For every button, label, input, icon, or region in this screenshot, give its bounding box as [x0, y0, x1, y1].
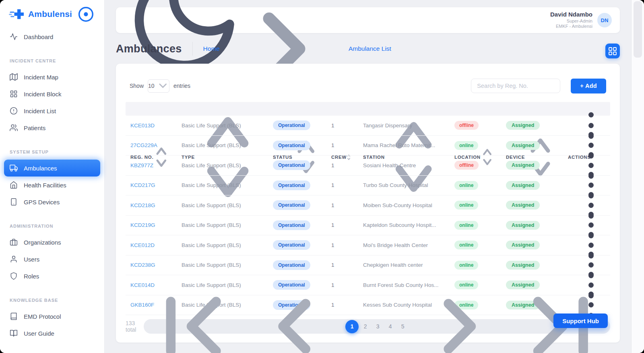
smartphone-icon	[10, 198, 18, 206]
location-badge: offline	[454, 121, 479, 130]
breadcrumb-home-link[interactable]: Home	[203, 45, 220, 52]
layout-grid-button[interactable]	[605, 44, 620, 58]
crew-cell: 1	[326, 142, 358, 148]
right-controls: + Add	[471, 79, 606, 93]
sidebar: Ambulensi Dashboard INCIDENT CENTRE Inci…	[0, 0, 105, 353]
sidebar-item-gps-devices[interactable]: GPS Devices	[0, 193, 104, 210]
device-badge: Assigned	[506, 141, 540, 150]
user-meta: David Ndambo Super-Admin EMKF - Ambulens…	[550, 11, 592, 29]
status-badge: Operational	[273, 220, 310, 230]
station-cell: Mama Rachel Ruto Maternit...	[358, 142, 450, 148]
pagination-prev[interactable]	[246, 319, 345, 334]
location-badge: online	[454, 241, 478, 249]
reg-no-link[interactable]: KCD218G	[130, 202, 155, 208]
sidebar-item-dashboard[interactable]: Dashboard	[0, 28, 104, 45]
station-cell: Turbo Sub County Hospital	[358, 182, 450, 188]
sidebar-item-emd-protocol[interactable]: EMD Protocol	[0, 308, 104, 325]
sidebar-item-incident-list[interactable]: Incident List	[0, 102, 104, 119]
ambulensi-logo-icon	[9, 8, 24, 20]
reg-no-link[interactable]: KCD219G	[130, 222, 155, 228]
pagination-page-1[interactable]: 1	[345, 320, 359, 333]
type-cell: Basic Life Support (BLS)	[177, 242, 268, 248]
scrollbar[interactable]	[631, 0, 644, 353]
sidebar-item-health-facilities[interactable]: Health Facilities	[0, 176, 104, 193]
station-cell: Chepkigen Health center	[358, 262, 450, 268]
sidebar-item-organizations[interactable]: Organizations	[0, 234, 104, 251]
status-badge: Operational	[273, 260, 310, 270]
table-footer: 133 total	[126, 319, 610, 334]
search-input[interactable]	[471, 79, 560, 93]
status-badge: Operational	[273, 160, 310, 170]
support-hub-button[interactable]: Support Hub	[553, 314, 608, 328]
reg-no-link[interactable]: KCE012D	[130, 242, 155, 248]
table-row: 27CG229A Basic Life Support (BLS) Operat…	[126, 136, 610, 156]
location-badge: online	[454, 261, 478, 270]
reg-no-link[interactable]: KCE013D	[130, 123, 155, 129]
status-badge: Operational	[273, 240, 310, 250]
status-badge: Operational	[273, 120, 310, 130]
device-badge: Assigned	[506, 201, 540, 210]
pagination-page-3[interactable]: 3	[372, 319, 384, 334]
reg-no-link[interactable]: KCD217G	[130, 182, 155, 188]
breadcrumb: Home Ambulance List	[192, 42, 391, 56]
map-icon	[10, 73, 18, 81]
alert-circle-icon	[10, 107, 18, 115]
ambulance-list-card: Show 10 entries + Add REG. NO.	[116, 64, 620, 343]
type-cell: Basic Life Support (BLS)	[177, 162, 268, 168]
logo-row: Ambulensi	[0, 0, 104, 28]
type-cell: Basic Life Support (BLS)	[177, 222, 268, 228]
page-size-select[interactable]: 10	[148, 79, 169, 93]
add-button[interactable]: + Add	[571, 79, 606, 93]
reg-no-link[interactable]: KBZ977Z	[130, 162, 153, 168]
type-cell: Basic Life Support (BLS)	[177, 123, 268, 129]
pagination-first[interactable]	[146, 319, 245, 334]
users-icon	[10, 124, 18, 132]
grid-icon	[608, 46, 617, 56]
pagination-page-4[interactable]: 4	[384, 319, 396, 334]
type-cell: Basic Life Support (BLS)	[177, 182, 268, 188]
sidebar-item-incident-map[interactable]: Incident Map	[0, 69, 104, 85]
user-menu[interactable]: David Ndambo Super-Admin EMKF - Ambulens…	[550, 11, 612, 29]
crew-cell: 1	[326, 162, 358, 168]
pagination: 1 2 3	[144, 319, 610, 334]
book-open-icon	[10, 329, 18, 337]
table-row: KCD217G Basic Life Support (BLS) Operati…	[126, 176, 610, 196]
station-cell: Tangasir Dispensary	[358, 123, 450, 129]
truck-icon	[10, 164, 18, 172]
status-badge: Operational	[273, 141, 310, 150]
type-cell: Basic Life Support (BLS)	[177, 202, 268, 208]
main-content: David Ndambo Super-Admin EMKF - Ambulens…	[105, 0, 644, 353]
home-icon	[10, 181, 18, 189]
table-row: KBZ977Z Basic Life Support (BLS) Operati…	[126, 156, 610, 176]
sidebar-item-incident-block[interactable]: Incident Block	[0, 85, 104, 102]
page-prev-icon	[246, 277, 345, 353]
scrollbar-thumb[interactable]	[634, 1, 642, 58]
user-icon	[10, 255, 18, 263]
pagination-next[interactable]	[409, 319, 508, 334]
table-row: KCD238G Basic Life Support (BLS) Operati…	[126, 255, 610, 276]
pagination-page-5[interactable]: 5	[397, 319, 409, 334]
station-cell: Moi's Bridge Health Center	[358, 242, 450, 248]
sidebar-section-system-setup: SYSTEM SETUP	[0, 144, 104, 160]
reg-no-link[interactable]: 27CG229A	[130, 142, 157, 148]
crew-cell: 1	[326, 182, 358, 188]
sidebar-section-knowledge-base: KNOWLEDGE BASE	[0, 293, 104, 308]
station-cell: Kapteldon Subcounty Hospit...	[358, 222, 450, 228]
breadcrumb-current-link[interactable]: Ambulance List	[349, 45, 391, 52]
sidebar-item-ambulances[interactable]: Ambulances	[4, 160, 100, 176]
sidebar-item-user-guide[interactable]: User Guide	[0, 325, 104, 342]
entries-label: entries	[173, 83, 190, 89]
sidebar-item-patients[interactable]: Patients	[0, 119, 104, 136]
sidebar-toggle-icon[interactable]	[76, 5, 95, 24]
type-cell: Basic Life Support (BLS)	[177, 262, 268, 268]
device-badge: Assigned	[506, 121, 540, 130]
book-icon	[10, 312, 18, 320]
avatar[interactable]: DN	[597, 13, 612, 27]
sidebar-section-incident-centre: INCIDENT CENTRE	[0, 53, 104, 69]
grid-icon	[10, 90, 18, 98]
sidebar-item-users[interactable]: Users	[0, 251, 104, 268]
reg-no-link[interactable]: KCD238G	[130, 262, 155, 268]
pagination-page-2[interactable]: 2	[359, 319, 371, 334]
sidebar-item-roles[interactable]: Roles	[0, 268, 104, 284]
location-badge: online	[454, 181, 478, 190]
